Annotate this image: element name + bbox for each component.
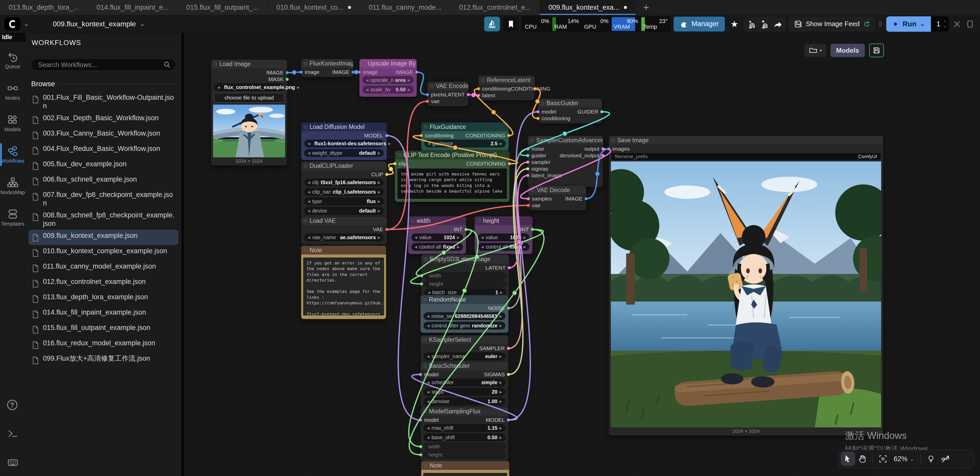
node-dual_clip[interactable]: DualCLIPLoaderCLIP◀clip_name1t5xxl_fp16.… xyxy=(301,161,387,218)
fit-view-button[interactable] xyxy=(876,452,890,466)
workflow-file-item[interactable]: 011.flux_canny_model_example.json xyxy=(29,260,178,276)
input-slot-image[interactable] xyxy=(299,70,303,74)
node-note1[interactable]: NoteIf you get an error in any of the no… xyxy=(301,246,386,319)
collapse-dot-icon[interactable] xyxy=(423,364,426,367)
node-height_n[interactable]: heightINT◀value1024▶◀control after ge ..… xyxy=(474,216,533,254)
node-header[interactable]: FluxGuidance xyxy=(421,123,509,131)
widget-1[interactable]: ◀sampler_nameeuler▶ xyxy=(423,353,505,360)
node-sampler_adv[interactable]: SamplerCustomAdvancednoiseoutputguiderde… xyxy=(528,136,603,187)
comfyui-logo[interactable] xyxy=(5,18,21,31)
collapse-dot-icon[interactable] xyxy=(430,85,434,88)
converted-input-height[interactable]: height xyxy=(423,451,505,458)
sidebar-item-models[interactable]: Models xyxy=(0,110,25,136)
workflow-tab[interactable]: 012.flux_controlnet_e... xyxy=(450,0,540,15)
widget-1[interactable]: ◀unet_nameflux1-kontext-dev.safetensors▶ xyxy=(304,140,384,147)
node-random_noise[interactable]: RandomNoiseNOISE◀noise_seed6288828845465… xyxy=(420,295,509,333)
input-slot-height[interactable] xyxy=(420,282,423,286)
input-slot-model[interactable] xyxy=(536,110,540,113)
theme-button[interactable] xyxy=(484,17,500,32)
widget-2[interactable]: ◀steps20▶ xyxy=(423,388,505,396)
node-header[interactable]: RandomNoise xyxy=(420,295,508,304)
output-slot-output[interactable] xyxy=(601,147,605,151)
collapse-dot-icon[interactable] xyxy=(304,62,307,65)
select-tool-button[interactable] xyxy=(841,452,855,466)
node-header[interactable]: DualCLIPLoader xyxy=(301,161,387,170)
toggle-theme-button[interactable] xyxy=(924,452,938,466)
widget-1[interactable]: ◀upscale_methodarea▶ xyxy=(363,76,414,84)
workflow-file-item[interactable]: 007.flux_dev_fp8_checkpoint_example.json xyxy=(29,189,178,209)
collapse-dot-icon[interactable] xyxy=(424,464,427,467)
widget-4[interactable]: ◀devicedefault▶ xyxy=(304,207,384,215)
output-slot-VAE[interactable] xyxy=(385,228,388,231)
batch-count-arrows[interactable]: ⌃⌄ xyxy=(943,21,946,28)
output-slot-LATENT[interactable] xyxy=(508,266,511,270)
collapse-dot-icon[interactable] xyxy=(531,139,534,142)
node-header[interactable]: Load Diffusion Model xyxy=(301,123,387,131)
collapse-dot-icon[interactable] xyxy=(304,164,307,168)
workflow-file-item[interactable]: 015.flux_fill_outpaint_example.json xyxy=(29,322,178,337)
browse-section-header[interactable]: Browse xyxy=(31,80,176,88)
collapse-dot-icon[interactable] xyxy=(424,257,427,261)
workflow-file-item[interactable]: 002.Flux_Depth_Basic_Workflow.json xyxy=(29,112,178,127)
widget-1[interactable]: ◀vae_nameae.safetensors▶ xyxy=(304,233,384,241)
new-tab-button[interactable]: + xyxy=(636,0,656,15)
workflow-file-item[interactable]: 012.flux_controlnet_example.json xyxy=(29,276,178,291)
node-header[interactable]: BasicGuider xyxy=(538,99,602,107)
widget-1[interactable]: ◀clip_name1t5xxl_fp16.safetensors▶ xyxy=(304,179,384,186)
widget-1[interactable]: ◀guidance2.5▶ xyxy=(424,140,506,147)
node-empty_latent[interactable]: EmptySD3LatentImageLATENTwidthheight◀bat… xyxy=(421,254,509,300)
unload-models-icon[interactable] xyxy=(746,18,758,30)
node-load_diffusion[interactable]: Load Diffusion ModelMODEL◀unet_nameflux1… xyxy=(301,122,387,160)
node-header[interactable]: Load Image xyxy=(211,60,287,68)
output-slot-CONDITIONING[interactable] xyxy=(507,134,511,137)
node-clip_text[interactable]: CLIP Text Encode (Positive Prompt)clipCO… xyxy=(395,150,510,202)
panel-splitter[interactable] xyxy=(181,33,184,476)
input-slot-image[interactable] xyxy=(358,70,361,74)
widget-3[interactable]: ◀typeflux▶ xyxy=(304,198,384,205)
bookmark-button[interactable] xyxy=(503,17,519,32)
input-slot-model[interactable] xyxy=(419,418,422,422)
node-vae_decode[interactable]: VAE DecodesamplesIMAGEvae xyxy=(528,185,586,211)
output-slot-denoised_output[interactable] xyxy=(601,154,605,157)
node-header[interactable]: Save Image xyxy=(609,136,883,145)
node-header[interactable]: Load VAE xyxy=(301,216,387,225)
share-icon[interactable] xyxy=(772,18,783,30)
show-image-feed-button[interactable]: Show Image Feed xyxy=(789,17,875,32)
input-slot-samples[interactable] xyxy=(527,197,530,201)
collapse-dot-icon[interactable] xyxy=(423,298,426,301)
node-vae_encode[interactable]: VAE EncodepixelsLATENTvae xyxy=(427,81,469,106)
node-header[interactable]: VAE Encode xyxy=(427,81,468,90)
workflow-tab[interactable]: 015.flux_fill_outpaint_... xyxy=(178,0,268,15)
node-header[interactable]: SamplerCustomAdvanced xyxy=(528,136,603,145)
collapse-dot-icon[interactable] xyxy=(214,62,217,66)
widget-3[interactable]: ◀denoise1.00▶ xyxy=(423,398,505,405)
keyboard-shortcuts-icon[interactable] xyxy=(7,457,18,468)
output-slot-INT[interactable] xyxy=(531,228,534,231)
batch-count-stepper[interactable]: 1 ⌃⌄ xyxy=(931,16,949,32)
collapse-dot-icon[interactable] xyxy=(531,188,535,192)
node-basic_guider[interactable]: BasicGuidermodelGUIDERconditioning xyxy=(538,99,602,123)
sidebar-item-queue[interactable]: Queue xyxy=(0,47,25,73)
output-slot-IMAGE[interactable] xyxy=(285,71,289,74)
input-slot-sampler[interactable] xyxy=(526,160,530,164)
workflow-file-item[interactable]: 014.flux_fill_inpaint_example.json xyxy=(29,307,178,322)
converted-input-width[interactable]: width xyxy=(424,272,506,279)
input-slot-vae[interactable] xyxy=(426,99,429,103)
models-button[interactable]: Models xyxy=(830,43,865,57)
workflow-tab[interactable]: 013.flux_depth_lora_... xyxy=(0,0,88,15)
node-header[interactable]: Note xyxy=(301,246,386,254)
node-header[interactable]: FluxKontextImage... xyxy=(301,59,353,68)
input-slot-images[interactable] xyxy=(607,147,611,151)
free-memory-icon[interactable] xyxy=(759,18,770,30)
input-slot-width[interactable] xyxy=(420,274,423,278)
collapse-dot-icon[interactable] xyxy=(481,78,485,82)
output-slot-INT[interactable] xyxy=(464,228,468,231)
collapse-dot-icon[interactable] xyxy=(541,102,544,105)
manager-button[interactable]: Manager xyxy=(674,17,725,32)
input-slot-latent_image[interactable] xyxy=(526,174,530,177)
workflow-file-item[interactable]: 004.Flux_Redux_Basic_Workflow.json xyxy=(29,143,178,158)
input-slot-conditioning[interactable] xyxy=(477,87,480,91)
workflow-file-item[interactable]: 099.Flux放大+高清修复工作流.json xyxy=(29,353,178,368)
widget-2[interactable]: ◀control after ge ...fixed▶ xyxy=(411,243,463,251)
workflow-file-item[interactable]: 008.flux_schnell_fp8_checkpoint_example.… xyxy=(29,209,178,230)
